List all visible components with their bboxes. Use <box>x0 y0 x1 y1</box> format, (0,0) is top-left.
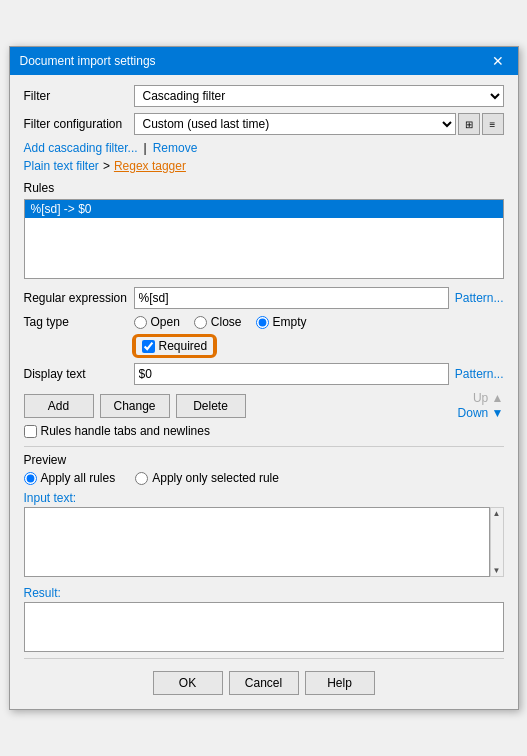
apply-selected-option[interactable]: Apply only selected rule <box>135 471 279 485</box>
breadcrumb-plain-text[interactable]: Plain text filter <box>24 159 99 173</box>
up-label[interactable]: Up ▲ <box>473 391 504 405</box>
tag-type-empty-label: Empty <box>273 315 307 329</box>
apply-all-label: Apply all rules <box>41 471 116 485</box>
divider-2 <box>24 658 504 659</box>
rules-list-item[interactable]: %[sd] -> $0 <box>25 200 503 218</box>
result-label: Result: <box>24 586 504 600</box>
tag-type-close-option[interactable]: Close <box>194 315 242 329</box>
filter-select[interactable]: Cascading filter <box>134 85 504 107</box>
title-bar: Document import settings ✕ <box>10 47 518 75</box>
tag-type-empty-option[interactable]: Empty <box>256 315 307 329</box>
scroll-down-arrow[interactable]: ▼ <box>492 565 502 576</box>
regular-expression-row: Regular expression Pattern... <box>24 287 504 309</box>
regular-expression-input[interactable] <box>134 287 449 309</box>
dialog-title: Document import settings <box>20 54 156 68</box>
tag-type-label: Tag type <box>24 315 134 329</box>
bottom-button-row: OK Cancel Help <box>24 665 504 699</box>
document-import-settings-dialog: Document import settings ✕ Filter Cascad… <box>9 46 519 710</box>
display-text-pattern-link[interactable]: Pattern... <box>455 367 504 381</box>
display-text-input[interactable] <box>134 363 449 385</box>
filter-config-control-wrap: Custom (used last time) ⊞ ≡ <box>134 113 504 135</box>
delete-button[interactable]: Delete <box>176 394 246 418</box>
required-label: Required <box>159 339 208 353</box>
tag-type-empty-radio[interactable] <box>256 316 269 329</box>
filter-config-label: Filter configuration <box>24 117 134 131</box>
rules-list: %[sd] -> $0 <box>24 199 504 279</box>
close-button[interactable]: ✕ <box>488 53 508 69</box>
scroll-up-arrow[interactable]: ▲ <box>492 508 502 519</box>
cancel-button[interactable]: Cancel <box>229 671 299 695</box>
tag-type-close-radio[interactable] <box>194 316 207 329</box>
tabs-checkbox[interactable] <box>24 425 37 438</box>
breadcrumb-row: Plain text filter > Regex tagger <box>24 159 504 173</box>
links-row: Add cascading filter... | Remove <box>24 141 504 155</box>
list-icon: ≡ <box>490 119 496 130</box>
input-text-label: Input text: <box>24 491 504 505</box>
regex-pattern-link[interactable]: Pattern... <box>455 291 504 305</box>
grid-icon: ⊞ <box>465 119 473 130</box>
ok-button[interactable]: OK <box>153 671 223 695</box>
down-label[interactable]: Down ▼ <box>458 406 504 420</box>
remove-button[interactable]: Remove <box>153 141 198 155</box>
filter-config-row: Filter configuration Custom (used last t… <box>24 113 504 135</box>
filter-control-wrap: Cascading filter <box>134 85 504 107</box>
tag-type-row: Tag type Open Close Empty <box>24 315 504 329</box>
link-separator: | <box>144 141 147 155</box>
icon-btn-1[interactable]: ⊞ <box>458 113 480 135</box>
apply-selected-radio[interactable] <box>135 472 148 485</box>
tag-type-open-option[interactable]: Open <box>134 315 180 329</box>
display-text-row: Display text Pattern... <box>24 363 504 385</box>
tag-type-close-label: Close <box>211 315 242 329</box>
tabs-checkbox-label: Rules handle tabs and newlines <box>41 424 210 438</box>
filter-row: Filter Cascading filter <box>24 85 504 107</box>
divider-1 <box>24 446 504 447</box>
input-scrollbar: ▲ ▼ <box>490 507 504 577</box>
change-button[interactable]: Change <box>100 394 170 418</box>
breadcrumb-arrow: > <box>103 159 110 173</box>
display-text-label: Display text <box>24 367 134 381</box>
tabs-checkbox-row: Rules handle tabs and newlines <box>24 424 504 438</box>
add-button[interactable]: Add <box>24 394 94 418</box>
filter-label: Filter <box>24 89 134 103</box>
tag-type-radio-group: Open Close Empty <box>134 315 307 329</box>
result-area <box>24 602 504 652</box>
filter-config-select[interactable]: Custom (used last time) <box>134 113 456 135</box>
apply-all-radio[interactable] <box>24 472 37 485</box>
help-button[interactable]: Help <box>305 671 375 695</box>
icon-btn-2[interactable]: ≡ <box>482 113 504 135</box>
preview-radio-row: Apply all rules Apply only selected rule <box>24 471 504 485</box>
tag-type-open-label: Open <box>151 315 180 329</box>
regular-expression-label: Regular expression <box>24 291 134 305</box>
required-checkbox[interactable] <box>142 340 155 353</box>
add-cascading-button[interactable]: Add cascading filter... <box>24 141 138 155</box>
breadcrumb-regex-tagger[interactable]: Regex tagger <box>114 159 186 173</box>
tag-type-open-radio[interactable] <box>134 316 147 329</box>
apply-selected-label: Apply only selected rule <box>152 471 279 485</box>
rules-section-label: Rules <box>24 181 504 195</box>
apply-all-option[interactable]: Apply all rules <box>24 471 116 485</box>
required-row: Required <box>24 335 504 357</box>
preview-label: Preview <box>24 453 504 467</box>
required-check-label[interactable]: Required <box>134 335 216 357</box>
input-text-area[interactable] <box>24 507 490 577</box>
